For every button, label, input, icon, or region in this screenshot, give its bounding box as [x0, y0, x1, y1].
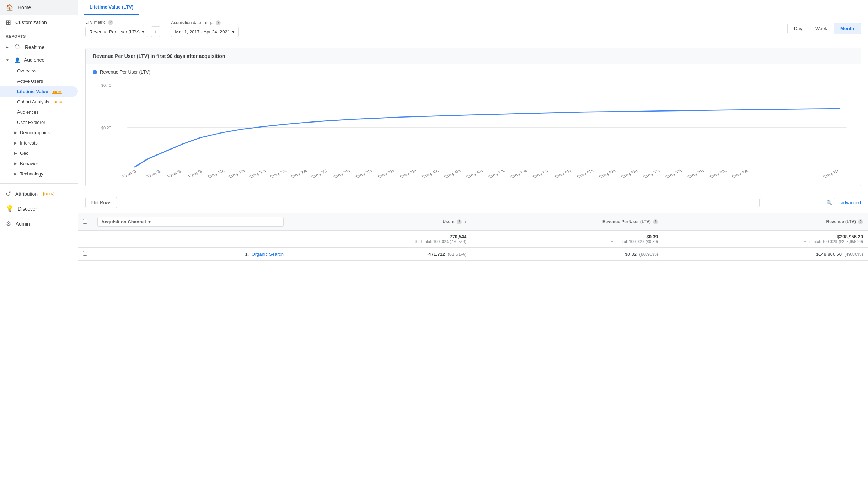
svg-text:Day 60: Day 60 — [553, 169, 573, 178]
sidebar-item-audience[interactable]: ▼ 👤 Audience — [0, 54, 78, 66]
sidebar-item-attribution[interactable]: ↺ Attribution BETA — [0, 186, 78, 201]
cohort-analysis-label: Cohort Analysis — [17, 99, 49, 104]
revenue-ltv-help-icon[interactable]: ? — [858, 219, 863, 224]
ltv-metric-dropdown[interactable]: Revenue Per User (LTV) ▾ — [85, 27, 148, 37]
svg-text:Day 57: Day 57 — [531, 169, 551, 178]
reports-section-label: REPORTS — [0, 30, 78, 40]
tab-bar: Lifetime Value (LTV) — [78, 0, 868, 15]
sidebar: 🏠 Home ⊞ Customization REPORTS ▶ ⏱ Realt… — [0, 0, 78, 488]
audience-chevron: ▼ — [6, 58, 9, 62]
sidebar-item-lifetime-value[interactable]: Lifetime Value BETA — [0, 86, 78, 97]
total-users-cell: 770,544 % of Total: 100.00% (770,544) — [289, 231, 471, 248]
sidebar-item-customization[interactable]: ⊞ Customization — [0, 15, 78, 30]
customization-label: Customization — [15, 20, 47, 25]
svg-text:Day 54: Day 54 — [509, 169, 529, 178]
revenue-ltv-header-label: Revenue (LTV) — [826, 219, 856, 224]
geo-label: Geo — [20, 151, 29, 156]
attribution-label: Attribution — [15, 191, 38, 197]
svg-text:Day 78: Day 78 — [686, 169, 706, 178]
svg-text:Day 12: Day 12 — [206, 169, 226, 178]
admin-icon: ⚙ — [6, 220, 11, 228]
row-1-channel-name[interactable]: Organic Search — [252, 251, 284, 257]
home-label: Home — [18, 5, 31, 10]
row-1-channel: 1. Organic Search — [92, 248, 289, 261]
ltv-metric-chevron-icon: ▾ — [142, 29, 144, 34]
audience-icon: 👤 — [14, 57, 20, 63]
period-btn-month[interactable]: Month — [834, 23, 861, 34]
select-all-checkbox[interactable] — [83, 219, 87, 224]
row-1-checkbox[interactable] — [83, 251, 87, 256]
row-1-users-value: 471,712 — [428, 251, 445, 257]
sidebar-item-user-explorer[interactable]: User Explorer — [0, 117, 78, 128]
row-1-rev-per-user-value: $0.32 — [625, 251, 637, 257]
active-users-label: Active Users — [17, 78, 43, 84]
acquisition-channel-dropdown[interactable]: Acquisition Channel ▾ — [97, 217, 284, 227]
sidebar-item-behavior[interactable]: ▶ Behavior — [0, 158, 78, 169]
sidebar-item-home[interactable]: 🏠 Home — [0, 0, 78, 15]
total-revenue-per-user-sub: % of Total: 100.00% ($0.39) — [476, 239, 658, 244]
sidebar-item-audiences[interactable]: Audiences — [0, 107, 78, 117]
attribution-beta-badge: BETA — [43, 192, 54, 196]
sidebar-item-discover[interactable]: 💡 Discover — [0, 201, 78, 216]
audiences-label: Audiences — [17, 109, 39, 115]
ltv-metric-control: LTV metric ? Revenue Per User (LTV) ▾ + — [85, 20, 160, 37]
svg-text:Day 69: Day 69 — [620, 169, 639, 178]
table-row: 1. Organic Search 471,712 (61.51%) $0.32… — [78, 248, 868, 261]
customization-icon: ⊞ — [6, 18, 11, 26]
ltv-metric-help-icon[interactable]: ? — [108, 20, 113, 25]
svg-text:Day 42: Day 42 — [420, 169, 440, 178]
acquisition-range-dropdown[interactable]: Mar 1, 2017 - Apr 24, 2021 ▾ — [171, 27, 239, 37]
plot-rows-button[interactable]: Plot Rows — [85, 197, 117, 208]
acq-channel-label: Acquisition Channel — [101, 219, 146, 224]
users-help-icon[interactable]: ? — [457, 219, 462, 224]
sidebar-item-admin[interactable]: ⚙ Admin — [0, 216, 78, 231]
svg-text:Day 48: Day 48 — [465, 169, 484, 178]
acquisition-range-value: Mar 1, 2017 - Apr 24, 2021 — [175, 29, 230, 34]
sidebar-item-overview[interactable]: Overview — [0, 66, 78, 76]
attribution-icon: ↺ — [6, 190, 11, 198]
sidebar-item-geo[interactable]: ▶ Geo — [0, 148, 78, 158]
table-controls: Plot Rows 🔍 advanced — [78, 192, 868, 213]
row-1-index: 1 — [245, 251, 248, 257]
sidebar-item-active-users[interactable]: Active Users — [0, 76, 78, 86]
sidebar-item-interests[interactable]: ▶ Interests — [0, 138, 78, 148]
sidebar-item-cohort-analysis[interactable]: Cohort Analysis BETA — [0, 97, 78, 107]
svg-text:Day 3: Day 3 — [145, 169, 162, 178]
svg-text:Day 84: Day 84 — [730, 169, 750, 178]
svg-text:Day 36: Day 36 — [376, 169, 396, 178]
sidebar-item-technology[interactable]: ▶ Technology — [0, 169, 78, 179]
row-1-users-pct: (61.51%) — [448, 251, 467, 257]
row-1-rev-per-user-pct: (80.95%) — [639, 251, 658, 257]
acq-range-chevron-icon: ▾ — [232, 29, 235, 34]
acq-range-help-icon[interactable]: ? — [216, 20, 221, 25]
discover-icon: 💡 — [6, 205, 14, 213]
search-icon[interactable]: 🔍 — [826, 200, 832, 205]
admin-label: Admin — [16, 221, 30, 227]
period-btn-day[interactable]: Day — [788, 23, 809, 34]
period-btn-week[interactable]: Week — [809, 23, 834, 34]
technology-chevron: ▶ — [14, 172, 17, 176]
geo-chevron: ▶ — [14, 151, 17, 155]
svg-text:Day 6: Day 6 — [166, 169, 183, 178]
advanced-link[interactable]: advanced — [841, 200, 861, 205]
ltv-metric-add-button[interactable]: + — [151, 26, 160, 37]
ltv-metric-label: LTV metric ? — [85, 20, 160, 25]
sidebar-item-realtime[interactable]: ▶ ⏱ Realtime — [0, 40, 78, 54]
tab-lifetime-value[interactable]: Lifetime Value (LTV) — [84, 0, 139, 15]
controls-row: LTV metric ? Revenue Per User (LTV) ▾ + … — [78, 15, 868, 42]
demographics-label: Demographics — [20, 130, 50, 135]
total-revenue-ltv-sub: % of Total: 100.00% ($298,956.29) — [668, 239, 863, 244]
realtime-chevron: ▶ — [6, 45, 9, 49]
revenue-per-user-help-icon[interactable]: ? — [653, 219, 658, 224]
total-revenue-per-user-value: $0.39 — [647, 234, 658, 239]
search-input[interactable] — [762, 200, 826, 205]
sidebar-item-demographics[interactable]: ▶ Demographics — [0, 128, 78, 138]
acq-channel-chevron-icon: ▾ — [148, 219, 151, 224]
svg-text:Day 0: Day 0 — [121, 169, 138, 178]
overview-label: Overview — [17, 68, 36, 74]
row-1-revenue-per-user: $0.32 (80.95%) — [471, 248, 663, 261]
y-axis-mid-label: $0.20 — [101, 126, 111, 130]
table-header-acquisition-channel: Acquisition Channel ▾ — [92, 213, 289, 231]
users-sort-arrow[interactable]: ↓ — [464, 219, 466, 224]
svg-text:Day 27: Day 27 — [310, 169, 329, 178]
